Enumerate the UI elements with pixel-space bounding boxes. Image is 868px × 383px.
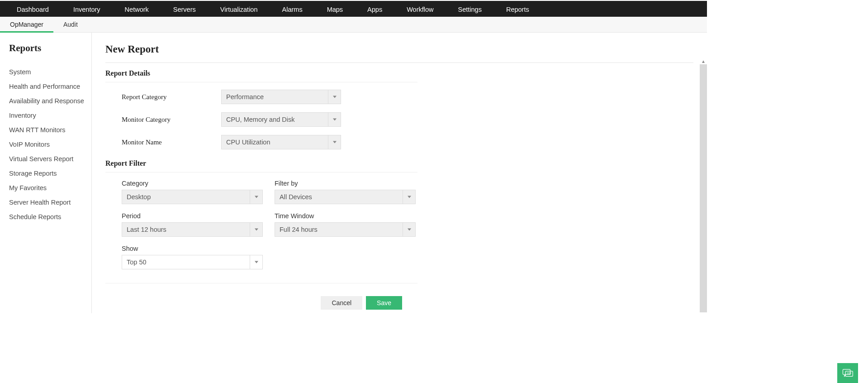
tab-audit[interactable]: Audit bbox=[53, 17, 88, 32]
dropdown-time-window[interactable]: Full 24 hours bbox=[275, 222, 416, 237]
chat-widget[interactable] bbox=[837, 363, 858, 383]
label-monitor-name: Monitor Name bbox=[122, 139, 221, 146]
nav-item-alarms[interactable]: Alarms bbox=[270, 2, 315, 17]
app-body: Reports SystemHealth and PerformanceAvai… bbox=[0, 33, 707, 313]
scroll-up-icon[interactable]: ▲ bbox=[700, 58, 707, 64]
dropdown-report-category[interactable]: Performance bbox=[221, 90, 341, 104]
sidebar-item[interactable]: Health and Performance bbox=[9, 79, 91, 94]
nav-item-maps[interactable]: Maps bbox=[315, 2, 355, 17]
field-show: Show Top 50 bbox=[122, 245, 263, 269]
sidebar-title: Reports bbox=[9, 43, 91, 54]
sidebar-item[interactable]: Virtual Servers Report bbox=[9, 152, 91, 166]
dropdown-period[interactable]: Last 12 hours bbox=[122, 222, 263, 237]
chevron-down-icon bbox=[328, 135, 341, 149]
sidebar-item[interactable]: WAN RTT Monitors bbox=[9, 123, 91, 137]
nav-item-network[interactable]: Network bbox=[113, 2, 161, 17]
nav-item-apps[interactable]: Apps bbox=[355, 2, 394, 17]
label-monitor-category: Monitor Category bbox=[122, 116, 221, 124]
field-filter-by: Filter by All Devices bbox=[275, 180, 416, 204]
field-period: Period Last 12 hours bbox=[122, 212, 263, 237]
dropdown-value: Last 12 hours bbox=[122, 223, 250, 236]
dropdown-show[interactable]: Top 50 bbox=[122, 255, 263, 269]
dropdown-value: Performance bbox=[222, 90, 328, 104]
dropdown-value: CPU Utilization bbox=[222, 135, 328, 149]
nav-item-workflow[interactable]: Workflow bbox=[394, 2, 446, 17]
dropdown-filter-by[interactable]: All Devices bbox=[275, 190, 416, 204]
dropdown-monitor-name[interactable]: CPU Utilization bbox=[221, 135, 341, 149]
sidebar-list: SystemHealth and PerformanceAvailability… bbox=[9, 65, 91, 224]
field-monitor-name: Monitor Name CPU Utilization bbox=[122, 135, 417, 149]
label-time-window: Time Window bbox=[275, 212, 416, 220]
svg-rect-1 bbox=[845, 371, 853, 376]
divider bbox=[105, 62, 693, 63]
filter-grid: Category Desktop Filter by All Devices bbox=[122, 180, 417, 269]
section-body-filter: Category Desktop Filter by All Devices bbox=[105, 172, 417, 269]
chevron-down-icon bbox=[328, 113, 341, 126]
sidebar-item[interactable]: My Favorites bbox=[9, 181, 91, 195]
sidebar-item[interactable]: VoIP Monitors bbox=[9, 137, 91, 152]
label-category: Category bbox=[122, 180, 263, 187]
sidebar-item[interactable]: System bbox=[9, 65, 91, 79]
scrollbar-track[interactable] bbox=[700, 64, 707, 312]
label-filter-by: Filter by bbox=[275, 180, 416, 187]
top-nav: DashboardInventoryNetworkServersVirtuali… bbox=[0, 1, 707, 17]
sidebar-item[interactable]: Availability and Response bbox=[9, 94, 91, 108]
nav-item-inventory[interactable]: Inventory bbox=[61, 2, 113, 17]
dropdown-monitor-category[interactable]: CPU, Memory and Disk bbox=[221, 112, 341, 127]
main-content: New Report Report Details Report Categor… bbox=[92, 33, 707, 313]
label-report-category: Report Category bbox=[122, 93, 221, 101]
chat-icon bbox=[842, 368, 854, 378]
dropdown-value: Top 50 bbox=[122, 255, 250, 269]
dropdown-value: Desktop bbox=[122, 190, 250, 204]
label-period: Period bbox=[122, 212, 263, 220]
nav-item-servers[interactable]: Servers bbox=[161, 2, 208, 17]
nav-item-settings[interactable]: Settings bbox=[446, 2, 494, 17]
chevron-down-icon bbox=[250, 223, 262, 236]
svg-rect-0 bbox=[843, 369, 850, 374]
section-heading-details: Report Details bbox=[105, 69, 693, 77]
scroll-down-icon[interactable]: ▼ bbox=[700, 312, 707, 313]
app-frame: DashboardInventoryNetworkServersVirtuali… bbox=[0, 1, 707, 313]
chevron-down-icon bbox=[250, 255, 262, 269]
sidebar-item[interactable]: Server Health Report bbox=[9, 195, 91, 210]
sidebar-item[interactable]: Storage Reports bbox=[9, 166, 91, 181]
section-heading-filter: Report Filter bbox=[105, 159, 693, 168]
sidebar-item[interactable]: Schedule Reports bbox=[9, 210, 91, 224]
dropdown-category[interactable]: Desktop bbox=[122, 190, 263, 204]
divider bbox=[105, 283, 417, 283]
tab-opmanager[interactable]: OpManager bbox=[0, 17, 53, 32]
nav-item-virtualization[interactable]: Virtualization bbox=[208, 2, 270, 17]
sub-nav: OpManagerAudit bbox=[0, 17, 707, 33]
dropdown-value: CPU, Memory and Disk bbox=[222, 113, 328, 126]
dropdown-value: Full 24 hours bbox=[275, 223, 403, 236]
chevron-down-icon bbox=[250, 190, 262, 204]
section-body-details: Report Category Performance Monitor Cate… bbox=[105, 82, 417, 149]
form-actions: Cancel Save bbox=[105, 296, 417, 310]
field-category: Category Desktop bbox=[122, 180, 263, 204]
sidebar-item[interactable]: Inventory bbox=[9, 108, 91, 123]
chevron-down-icon bbox=[328, 90, 341, 104]
sidebar: Reports SystemHealth and PerformanceAvai… bbox=[0, 33, 92, 313]
save-button[interactable]: Save bbox=[366, 296, 402, 310]
nav-item-dashboard[interactable]: Dashboard bbox=[5, 2, 61, 17]
chevron-down-icon bbox=[403, 223, 415, 236]
page-title: New Report bbox=[105, 43, 693, 55]
field-report-category: Report Category Performance bbox=[122, 90, 417, 104]
dropdown-value: All Devices bbox=[275, 190, 403, 204]
field-monitor-category: Monitor Category CPU, Memory and Disk bbox=[122, 112, 417, 127]
chevron-down-icon bbox=[403, 190, 415, 204]
cancel-button[interactable]: Cancel bbox=[321, 296, 362, 310]
nav-item-reports[interactable]: Reports bbox=[494, 2, 541, 17]
label-show: Show bbox=[122, 245, 263, 252]
field-time-window: Time Window Full 24 hours bbox=[275, 212, 416, 237]
